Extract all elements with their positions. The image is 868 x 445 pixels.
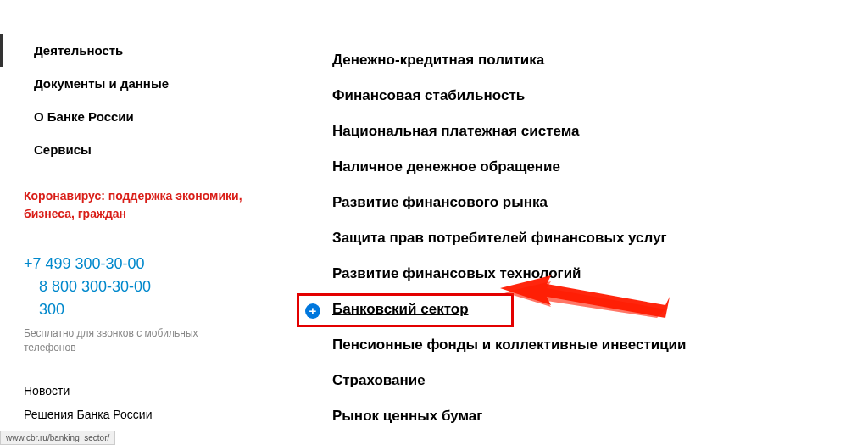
phone-note: Бесплатно для звонков с мобильных телефо…	[24, 326, 248, 355]
highlighted-item-wrap: + Банковский сектор	[297, 292, 834, 327]
phone-1[interactable]: +7 499 300-30-00	[24, 253, 248, 275]
menu-item[interactable]: Развитие финансового рынка	[332, 185, 834, 220]
menu-item[interactable]: Рынок ценных бумаг	[332, 398, 834, 434]
bottom-links: Новости Решения Банка России	[0, 355, 264, 426]
menu-item[interactable]: Защита прав потребителей финансовых услу…	[332, 220, 834, 256]
phone-3[interactable]: 300	[24, 298, 248, 321]
corona-notice[interactable]: Коронавирус: поддержка экономики, бизнес…	[0, 166, 264, 231]
sidebar: Деятельность Документы и данные О Банке …	[0, 0, 264, 445]
menu-item[interactable]: Страхование	[332, 363, 834, 398]
menu-item[interactable]: Эмитенты и корпоративное управление	[332, 434, 834, 445]
plus-icon: +	[305, 303, 320, 319]
menu-item[interactable]: Пенсионные фонды и коллективные инвестиц…	[332, 327, 834, 363]
link-decisions[interactable]: Решения Банка России	[24, 403, 248, 426]
status-bar-url: www.cbr.ru/banking_sector/	[0, 431, 115, 445]
nav-item-activity[interactable]: Деятельность	[0, 34, 264, 67]
phone-block: +7 499 300-30-00 8 800 300-30-00 300 Бес…	[0, 231, 264, 355]
nav-item-documents[interactable]: Документы и данные	[0, 67, 264, 100]
main-content: Денежно-кредитная политика Финансовая ст…	[264, 0, 868, 445]
link-news[interactable]: Новости	[24, 379, 248, 403]
nav-item-about[interactable]: О Банке России	[0, 100, 264, 133]
menu-item-banking-sector[interactable]: Банковский сектор	[332, 292, 834, 327]
menu-item[interactable]: Денежно-кредитная политика	[332, 42, 834, 78]
menu-item[interactable]: Финансовая стабильность	[332, 78, 834, 114]
nav-item-services[interactable]: Сервисы	[0, 133, 264, 166]
menu-item[interactable]: Наличное денежное обращение	[332, 149, 834, 185]
phone-2[interactable]: 8 800 300-30-00	[24, 275, 248, 298]
menu-item[interactable]: Развитие финансовых технологий	[332, 256, 834, 292]
menu-item[interactable]: Национальная платежная система	[332, 114, 834, 149]
